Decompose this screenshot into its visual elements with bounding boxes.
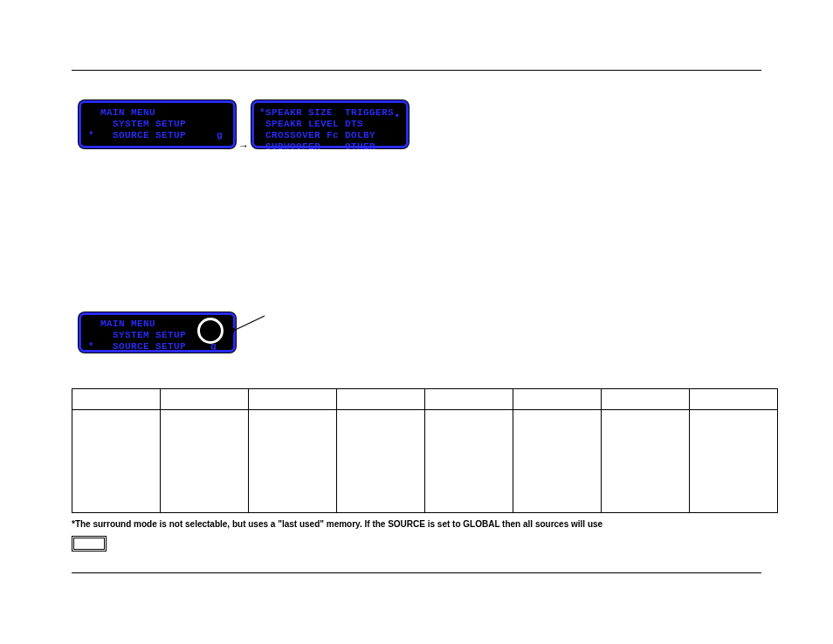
lcd1-line2: SYSTEM SETUP <box>88 119 226 130</box>
lcd1-line1: MAIN MENU <box>88 107 226 119</box>
callout-arrow-icon <box>223 314 266 340</box>
bottom-rule <box>72 572 761 573</box>
table-body-row <box>72 410 778 513</box>
highlight-circle-icon <box>197 318 224 344</box>
lcd2-line3: CROSSOVER Fc DOLBY <box>259 130 401 141</box>
lcd2-line2: SPEAKR LEVEL DTS <box>259 119 401 130</box>
arrow-right-icon: → <box>238 140 249 152</box>
top-rule <box>72 70 761 71</box>
lcd1-line3: * SOURCE SETUP g <box>88 130 226 141</box>
lcd2-line4: SUBWOOFER OTHER <box>259 141 401 153</box>
svg-marker-1 <box>228 327 235 335</box>
indicator-dot-icon: • <box>396 110 399 122</box>
lcd-screen-main-menu-1: MAIN MENU SYSTEM SETUP * SOURCE SETUP g <box>79 100 236 148</box>
settings-table <box>72 388 778 513</box>
footnote-text: *The surround mode is not selectable, bu… <box>72 519 602 529</box>
lcd-screen-source-setup: *SPEAKR SIZE TRIGGERS SPEAKR LEVEL DTS C… <box>251 100 409 148</box>
table-header-row <box>72 389 778 410</box>
lcd2-line1: *SPEAKR SIZE TRIGGERS <box>259 107 401 119</box>
legend-box <box>72 536 107 552</box>
